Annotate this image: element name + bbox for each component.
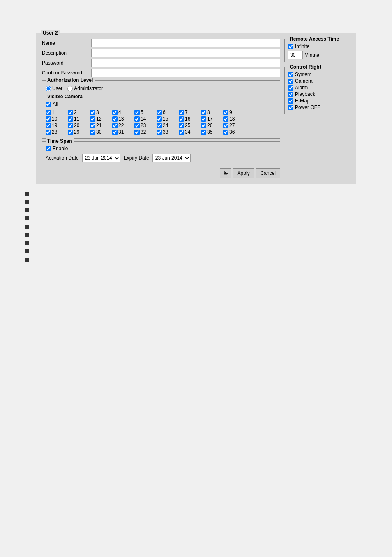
poweroff-row: Power OFF: [288, 104, 346, 110]
camera-5-checkbox[interactable]: [134, 110, 140, 115]
expiry-date-select[interactable]: 23 Jun 2014: [152, 154, 191, 162]
camera-2-checkbox[interactable]: [68, 110, 73, 115]
bullet-icon-9: [25, 258, 29, 262]
bullet-item-9: [25, 257, 367, 262]
camera-item-36: 36: [223, 129, 244, 135]
camera-item-31: 31: [112, 129, 134, 135]
camera-10-checkbox[interactable]: [46, 116, 51, 122]
main-panel: User 2 Name Description Password: [36, 33, 356, 184]
camera-6-checkbox[interactable]: [157, 110, 162, 115]
camera-27-checkbox[interactable]: [223, 123, 228, 128]
control-right-legend: Control Right: [288, 64, 323, 70]
visible-camera-box: Visible Camera All 1 2 3 4 5 6: [42, 97, 280, 139]
camera-11-checkbox[interactable]: [68, 116, 73, 122]
name-input[interactable]: [91, 39, 280, 47]
authorization-legend: Authorization Level: [46, 77, 95, 83]
camera-15-checkbox[interactable]: [157, 116, 162, 122]
name-row: Name: [42, 39, 280, 47]
auth-row: User Administrator: [46, 86, 277, 91]
cancel-button[interactable]: Cancel: [256, 168, 280, 178]
user-radio-text: User: [52, 86, 62, 91]
infinite-checkbox[interactable]: [288, 44, 293, 49]
camera-4-checkbox[interactable]: [112, 110, 118, 115]
camera-22-checkbox[interactable]: [112, 123, 118, 128]
camera-9-checkbox[interactable]: [223, 110, 228, 115]
camera-19-checkbox[interactable]: [46, 123, 51, 128]
description-input[interactable]: [91, 49, 280, 57]
emap-checkbox[interactable]: [288, 98, 293, 104]
camera-16-checkbox[interactable]: [179, 116, 184, 122]
camera-1-checkbox[interactable]: [46, 110, 51, 115]
camera-all-checkbox[interactable]: [46, 102, 51, 107]
playback-checkbox[interactable]: [288, 92, 293, 97]
confirm-password-input[interactable]: [91, 69, 280, 77]
bullet-item-6: [25, 232, 367, 237]
date-row: Activation Date 23 Jun 2014 Expiry Date …: [46, 154, 277, 162]
camera-3-checkbox[interactable]: [90, 110, 95, 115]
camera-21-checkbox[interactable]: [90, 123, 95, 128]
camera-29-checkbox[interactable]: [68, 130, 73, 135]
camera-35-checkbox[interactable]: [201, 130, 206, 135]
camera-28-checkbox[interactable]: [46, 130, 51, 135]
camera-30-checkbox[interactable]: [90, 130, 95, 135]
confirm-password-row: Confirm Password: [42, 69, 280, 77]
authorization-box: Authorization Level User Administrator: [42, 80, 280, 94]
poweroff-label: Power OFF: [295, 104, 320, 110]
camera-24-checkbox[interactable]: [157, 123, 162, 128]
bullet-icon-2: [25, 200, 29, 204]
admin-radio[interactable]: [67, 86, 73, 91]
camera-34-checkbox[interactable]: [179, 130, 184, 135]
camera-23-checkbox[interactable]: [134, 123, 140, 128]
camera-13-checkbox[interactable]: [112, 116, 118, 122]
password-input[interactable]: [91, 59, 280, 67]
camera-26-checkbox[interactable]: [201, 123, 206, 128]
control-right-group: Control Right System Camera Alarm: [284, 67, 350, 114]
poweroff-checkbox[interactable]: [288, 105, 293, 110]
apply-button[interactable]: Apply: [233, 168, 254, 178]
camera-item-26: 26: [201, 123, 222, 128]
remote-legend: Remote Access Time: [288, 36, 341, 42]
user-radio-label[interactable]: User: [46, 86, 62, 91]
minute-row: 30 Minute: [288, 51, 346, 59]
camera-8-checkbox[interactable]: [201, 110, 206, 115]
playback-label: Playback: [295, 91, 315, 97]
activation-date-label: Activation Date: [46, 155, 79, 161]
camera-item-17: 17: [201, 116, 222, 122]
name-label: Name: [42, 40, 91, 46]
camera-row-1: 1 2 3 4 5 6 7 8 9: [46, 109, 277, 115]
bullet-item-4: [25, 216, 367, 220]
camera-33-checkbox[interactable]: [157, 130, 162, 135]
camera-right-checkbox[interactable]: [288, 79, 293, 84]
alarm-checkbox[interactable]: [288, 85, 293, 91]
camera-item-16: 16: [179, 116, 200, 122]
bullet-item-7: [25, 240, 367, 245]
camera-31-checkbox[interactable]: [112, 130, 118, 135]
password-label: Password: [42, 60, 91, 66]
print-button[interactable]: 🖶: [220, 168, 231, 178]
camera-item-32: 32: [134, 129, 156, 135]
camera-item-29: 29: [68, 129, 89, 135]
alarm-row: Alarm: [288, 85, 346, 91]
description-row: Description: [42, 49, 280, 57]
system-checkbox[interactable]: [288, 72, 293, 77]
camera-20-checkbox[interactable]: [68, 123, 73, 128]
camera-7-checkbox[interactable]: [179, 110, 184, 115]
user-radio[interactable]: [46, 86, 51, 91]
camera-12-checkbox[interactable]: [90, 116, 95, 122]
camera-36-checkbox[interactable]: [223, 130, 228, 135]
camera-14-checkbox[interactable]: [134, 116, 140, 122]
camera-17-checkbox[interactable]: [201, 116, 206, 122]
camera-item-24: 24: [157, 123, 178, 128]
bullet-icon-5: [25, 225, 29, 229]
admin-radio-label[interactable]: Administrator: [67, 86, 103, 91]
camera-grid: 1 2 3 4 5 6 7 8 9 10: [46, 109, 277, 135]
minute-input[interactable]: 30: [288, 51, 303, 59]
camera-32-checkbox[interactable]: [134, 130, 140, 135]
camera-18-checkbox[interactable]: [223, 116, 228, 122]
bullet-item-1: [25, 191, 367, 196]
enable-checkbox[interactable]: [46, 146, 51, 151]
camera-item-3: 3: [90, 109, 111, 115]
camera-25-checkbox[interactable]: [179, 123, 184, 128]
camera-item-8: 8: [201, 109, 222, 115]
activation-date-select[interactable]: 23 Jun 2014: [82, 154, 120, 162]
